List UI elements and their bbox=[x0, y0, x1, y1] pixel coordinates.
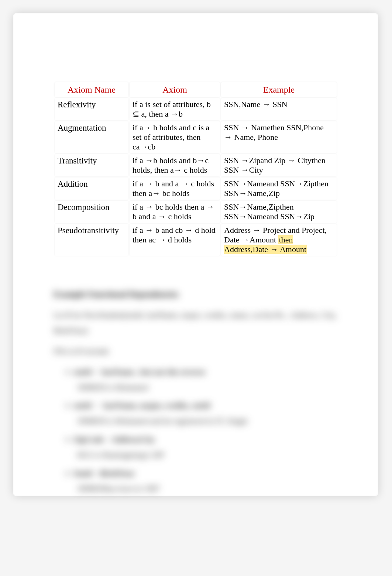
section-heading: Example Functional Dependencies bbox=[54, 286, 338, 303]
table-row: Pseudotransitivity if a → b and cb → d h… bbox=[55, 224, 337, 256]
table-row: Augmentation if a→ b holds and c is a se… bbox=[55, 121, 337, 153]
table-row: Addition if a → b and a → c holds then a… bbox=[55, 177, 337, 200]
cell-example: Address → Project and Project, Date →Amo… bbox=[221, 224, 337, 256]
table-row: Transitivity if a →b holds and b→c holds… bbox=[55, 154, 337, 176]
cell-name: Augmentation bbox=[55, 121, 128, 153]
cell-name: Decomposition bbox=[55, 201, 128, 223]
fd-main: Stuid→BirthYear bbox=[73, 469, 135, 478]
table-header-row: Axiom Name Axiom Example bbox=[55, 82, 337, 97]
cell-example: SSN → Namethen SSN,Phone → Name, Phone bbox=[221, 121, 337, 153]
list-item: stuId→ lastName , but not the reverse 39… bbox=[73, 364, 338, 395]
fd-sub: 3998839 is Mohamed and he registered in … bbox=[73, 413, 338, 429]
cell-axiom: if a → b and a → c holds then a→ bc hold… bbox=[130, 177, 220, 200]
fd-sub: 3998839 is Mohamed bbox=[73, 380, 338, 395]
fd-main: stuId→ lastName , but not the reverse bbox=[73, 367, 205, 376]
cell-name: Pseudotransitivity bbox=[55, 224, 128, 256]
table-row: Reflexivity if a is set of attributes, b… bbox=[55, 98, 337, 120]
cell-name: Reflexivity bbox=[55, 98, 128, 120]
fd-main: ZipCode→AddressCity bbox=[73, 435, 155, 444]
header-name: Axiom Name bbox=[55, 82, 128, 97]
table-row: Decomposition if a → bc holds then a → b… bbox=[55, 201, 337, 223]
cell-example: SSN→Name,Zipthen SSN→Nameand SSN→Zip bbox=[221, 201, 337, 223]
list-item: Stuid→BirthYear 3998839has born in 1987 bbox=[73, 466, 338, 497]
cell-axiom: if a→ b holds and c is a set of attribut… bbox=[130, 121, 220, 153]
list-item: ZipCode→AddressCity 6012 is Ramingining'… bbox=[73, 432, 338, 463]
fd-list: stuId→ lastName , but not the reverse 39… bbox=[54, 364, 338, 496]
cell-axiom: if a → b and cb → d hold then ac → d hol… bbox=[130, 224, 220, 256]
cell-name: Addition bbox=[55, 177, 128, 200]
cell-axiom: if a → bc holds then a → b and a → c hol… bbox=[130, 201, 220, 223]
header-example: Example bbox=[221, 82, 337, 97]
section-intro: FDs in R include bbox=[54, 344, 338, 359]
header-axiom: Axiom bbox=[130, 82, 220, 97]
example-plain: Address → Project and Project, Date →Amo… bbox=[224, 225, 327, 244]
cell-axiom: if a →b holds and b→c holds, then a→ c h… bbox=[130, 154, 220, 176]
blurred-section: Example Functional Dependencies Let R be… bbox=[54, 286, 338, 496]
fd-sub: 3998839has born in 1987 bbox=[73, 481, 338, 496]
cell-example: SSN,Name → SSN bbox=[221, 98, 337, 120]
list-item: stuId → lastName, major, credits, stuId … bbox=[73, 398, 338, 429]
axioms-table: Axiom Name Axiom Example Reflexivity if … bbox=[54, 81, 338, 257]
cell-example: SSN→Nameand SSN→Zipthen SSN→Name,Zip bbox=[221, 177, 337, 200]
cell-name: Transitivity bbox=[55, 154, 128, 176]
fd-main: stuId → lastName, major, credits, stuId bbox=[73, 401, 210, 410]
section-lead: Let R be NewStudent(stuId, lastName, maj… bbox=[54, 307, 338, 338]
fd-sub: 6012 is Ramingining's ZIP bbox=[73, 447, 338, 463]
page: Axiom Name Axiom Example Reflexivity if … bbox=[13, 13, 378, 496]
cell-axiom: if a is set of attributes, b ⊆ a, then a… bbox=[130, 98, 220, 120]
cell-example: SSN →Zipand Zip → Citythen SSN →City bbox=[221, 154, 337, 176]
